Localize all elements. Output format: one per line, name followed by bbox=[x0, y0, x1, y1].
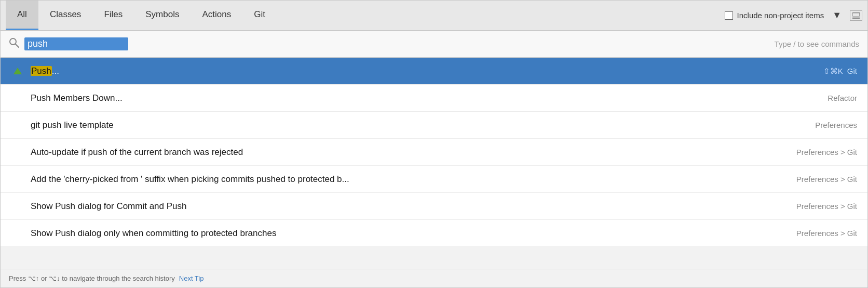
filter-icon[interactable]: ▼ bbox=[830, 8, 844, 23]
result-item[interactable]: Push Members Down... Refactor bbox=[1, 85, 867, 112]
result-name-highlight: Push bbox=[31, 66, 52, 76]
result-icon-empty bbox=[11, 200, 24, 213]
result-icon-empty bbox=[11, 119, 24, 132]
tab-classes[interactable]: Classes bbox=[38, 1, 92, 30]
result-icon-empty bbox=[11, 227, 24, 240]
tab-bar-right: Include non-project items ▼ bbox=[725, 1, 862, 30]
result-category: Preferences > Git bbox=[796, 202, 857, 211]
result-icon-empty bbox=[11, 91, 24, 105]
panel-toggle-icon bbox=[852, 12, 860, 19]
search-bar: push Type / to see commands bbox=[1, 31, 867, 58]
include-checkbox[interactable] bbox=[725, 11, 733, 20]
spotlight-dialog: All Classes Files Symbols Actions Git In… bbox=[0, 0, 868, 288]
search-hint: Type / to see commands bbox=[775, 40, 859, 48]
result-item[interactable]: Show Push dialog only when committing to… bbox=[1, 220, 867, 247]
tab-symbols[interactable]: Symbols bbox=[134, 1, 191, 30]
result-name: Auto-update if push of the current branc… bbox=[31, 147, 796, 158]
result-icon-arrow bbox=[11, 64, 24, 78]
result-icon-empty bbox=[11, 146, 24, 159]
result-category: Preferences > Git bbox=[796, 229, 857, 238]
status-bar: Press ⌥↑ or ⌥↓ to navigate through the s… bbox=[1, 269, 867, 287]
svg-point-2 bbox=[10, 38, 16, 45]
result-name: Push... bbox=[31, 66, 823, 76]
result-category: Preferences > Git bbox=[796, 175, 857, 184]
result-item[interactable]: Auto-update if push of the current branc… bbox=[1, 139, 867, 166]
result-item[interactable]: Add the 'cherry-picked from ' suffix whe… bbox=[1, 166, 867, 193]
search-icon bbox=[9, 37, 19, 50]
svg-rect-1 bbox=[852, 16, 860, 18]
next-tip-link[interactable]: Next Tip bbox=[179, 274, 204, 282]
result-category: Preferences bbox=[815, 121, 857, 129]
tab-files[interactable]: Files bbox=[92, 1, 134, 30]
svg-line-3 bbox=[16, 44, 19, 47]
result-icon-empty bbox=[11, 173, 24, 186]
result-shortcut: ⇧⌘K bbox=[823, 67, 843, 76]
result-name: Push Members Down... bbox=[31, 93, 828, 103]
result-category: Git bbox=[847, 67, 857, 75]
panel-icon[interactable] bbox=[850, 10, 862, 21]
result-name: git push live template bbox=[31, 120, 815, 130]
include-non-project-group[interactable]: Include non-project items bbox=[725, 11, 824, 20]
arrow-up-icon bbox=[13, 68, 22, 74]
result-item[interactable]: Show Push dialog for Commit and Push Pre… bbox=[1, 193, 867, 220]
result-category: Refactor bbox=[828, 94, 857, 102]
tab-bar: All Classes Files Symbols Actions Git In… bbox=[1, 1, 867, 31]
result-item[interactable]: git push live template Preferences bbox=[1, 112, 867, 139]
include-non-project-label: Include non-project items bbox=[737, 11, 824, 20]
status-text: Press ⌥↑ or ⌥↓ to navigate through the s… bbox=[9, 274, 175, 282]
result-name: Show Push dialog for Commit and Push bbox=[31, 201, 796, 212]
result-category: Preferences > Git bbox=[796, 148, 857, 156]
results-list: Push... ⇧⌘K Git Push Members Down... Ref… bbox=[1, 58, 867, 269]
tab-git[interactable]: Git bbox=[242, 1, 277, 30]
result-item[interactable]: Push... ⇧⌘K Git bbox=[1, 58, 867, 85]
result-name: Show Push dialog only when committing to… bbox=[31, 228, 796, 239]
tab-actions[interactable]: Actions bbox=[191, 1, 242, 30]
result-name: Add the 'cherry-picked from ' suffix whe… bbox=[31, 174, 796, 185]
search-input[interactable]: push bbox=[24, 37, 128, 50]
tab-all[interactable]: All bbox=[6, 1, 38, 30]
